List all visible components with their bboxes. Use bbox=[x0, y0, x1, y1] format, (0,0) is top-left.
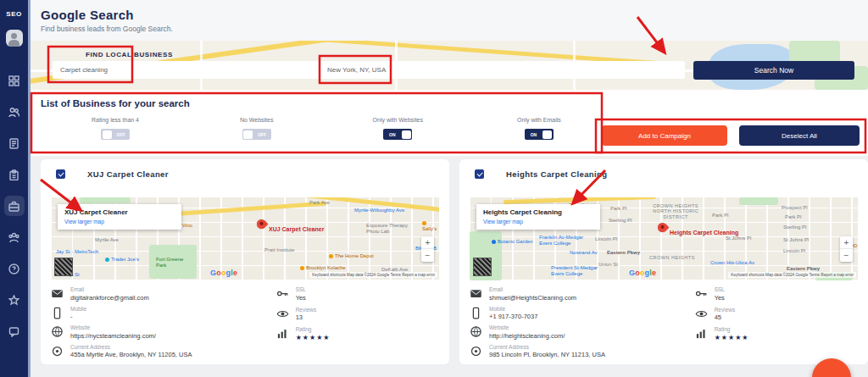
map-label: Union St bbox=[598, 262, 618, 268]
website-label: Website bbox=[489, 324, 565, 330]
website-label: Website bbox=[70, 324, 156, 330]
rating-stars: ★★★★★ bbox=[715, 334, 749, 341]
rating-stars: ★★★★★ bbox=[296, 334, 331, 341]
bar-chart-icon bbox=[276, 327, 289, 340]
add-to-campaign-button[interactable]: Add to Campaign bbox=[602, 125, 727, 146]
ssl-label: SSL bbox=[296, 286, 306, 292]
avatar-person-icon bbox=[11, 33, 17, 39]
sidebar-item-star-badge[interactable] bbox=[4, 290, 25, 310]
map-label: CROWN HEIGHTS NORTH HISTORIC DISTRICT bbox=[653, 203, 698, 219]
filter-toggle-label: Rating less than 4 bbox=[64, 117, 166, 123]
map-zoom-controls: + − bbox=[421, 236, 434, 262]
reviews-label: Reviews bbox=[296, 307, 317, 313]
map-label: Prospect Pl bbox=[782, 205, 808, 211]
sidebar-item-file-report[interactable] bbox=[4, 133, 25, 153]
detail-row-reviews: Reviews 45 bbox=[695, 307, 858, 322]
rating-label: Rating bbox=[296, 326, 331, 332]
address-value: 985 Lincoln Pl, Brooklyn, NY 11213, USA bbox=[489, 351, 605, 358]
detail-row-reviews: Reviews 13 bbox=[276, 307, 439, 322]
filter-toggle-switch[interactable]: ON bbox=[525, 129, 554, 140]
toggle-knob bbox=[542, 130, 552, 139]
chat-message-icon bbox=[8, 326, 19, 337]
map-marker-pin[interactable] bbox=[656, 221, 670, 235]
sidebar-item-users[interactable] bbox=[4, 102, 25, 122]
map-label: Sally's bbox=[422, 220, 439, 232]
star-badge-icon bbox=[8, 295, 19, 306]
deselect-all-button[interactable]: Deselect All bbox=[739, 125, 860, 146]
app-logo: SEO bbox=[0, 10, 28, 18]
business-list-title: List of Business for your search bbox=[41, 98, 190, 108]
website-value[interactable]: http://heightscleaning.com/ bbox=[489, 332, 565, 340]
detail-row-mobile: Mobile - bbox=[51, 306, 276, 321]
zoom-out-button[interactable]: − bbox=[840, 249, 853, 262]
map-attribution[interactable]: Keyboard shortcuts Map data ©2024 Google… bbox=[309, 272, 437, 278]
business-card: XUJ Carpet Cleaner XUJ Carpet Cleaner Vi… bbox=[41, 159, 449, 364]
globe-icon bbox=[51, 325, 64, 338]
map-park bbox=[739, 197, 778, 205]
filter-toggle-switch[interactable]: OFF bbox=[242, 129, 271, 140]
eye-icon bbox=[276, 308, 289, 320]
sidebar-item-grid-dashboard[interactable] bbox=[4, 70, 25, 91]
keyword-input[interactable] bbox=[53, 61, 320, 79]
zoom-in-button[interactable]: + bbox=[840, 236, 853, 249]
sidebar-item-clipboard[interactable] bbox=[4, 164, 25, 185]
map-label: Lincoln Pl bbox=[595, 236, 617, 242]
map-label: Crown Hts-Utica Av bbox=[710, 260, 754, 266]
email-icon bbox=[51, 287, 64, 300]
main-content: Google Search Find business leads from G… bbox=[31, 0, 868, 377]
detail-row-rating: Rating ★★★★★ bbox=[695, 326, 858, 341]
filter-toggle-group: Only with EmailsON bbox=[488, 117, 590, 140]
map-info-title: XUJ Carpet Cleaner bbox=[64, 208, 175, 216]
sidebar-item-help-circle[interactable] bbox=[4, 258, 25, 279]
street-view-thumbnail[interactable] bbox=[54, 258, 73, 276]
website-value[interactable]: https://nycsteamcleaning.com/ bbox=[70, 332, 156, 340]
poi-pin-icon bbox=[300, 266, 304, 270]
toggle-knob bbox=[103, 130, 112, 139]
poi-pin-icon bbox=[329, 254, 333, 258]
search-now-button[interactable]: Search Now bbox=[693, 61, 854, 80]
email-icon bbox=[470, 287, 482, 300]
filter-toggle-switch[interactable]: ON bbox=[383, 129, 412, 140]
sidebar-item-chat-message[interactable] bbox=[4, 321, 25, 341]
map-attribution[interactable]: Keyboard shortcuts Map data ©2024 Google… bbox=[728, 272, 856, 278]
map-label: Eastern Pkwy bbox=[607, 250, 640, 256]
map-park bbox=[80, 197, 131, 203]
location-input[interactable] bbox=[320, 61, 685, 79]
map-label: Nostrand Av bbox=[570, 250, 598, 256]
map-label: CROWN HEIGHTS bbox=[649, 255, 695, 260]
map-label: Exposure Therapy Photo Lab bbox=[366, 223, 408, 235]
key-icon bbox=[276, 287, 289, 300]
view-larger-map-link[interactable]: View larger map bbox=[64, 219, 175, 225]
address-label: Current Address bbox=[489, 344, 605, 350]
sidebar-nav bbox=[0, 70, 28, 341]
map-label: President St-Medgar Evers College bbox=[551, 265, 598, 277]
business-list-panel: List of Business for your search Rating … bbox=[31, 90, 868, 156]
business-details: Email shmuel@HeightsCleaning.com Mobile … bbox=[470, 286, 858, 358]
view-larger-map-link[interactable]: View larger map bbox=[483, 219, 593, 225]
sidebar-item-team-group[interactable] bbox=[4, 227, 25, 247]
ssl-label: SSL bbox=[715, 286, 725, 292]
email-value: digitalrankforce@gmail.com bbox=[70, 294, 149, 302]
business-name: Heights Carpet Cleaning bbox=[506, 169, 608, 179]
map-label: Botanic Garden bbox=[492, 239, 533, 245]
google-map-embed[interactable]: XUJ Carpet Cleaner View larger map Park … bbox=[51, 197, 439, 280]
map-label: Franklin Av-Medgar Evers College bbox=[539, 235, 583, 247]
sidebar-item-briefcase[interactable] bbox=[4, 196, 25, 216]
detail-row-address: Current Address 985 Lincoln Pl, Brooklyn… bbox=[470, 344, 695, 359]
google-map-embed[interactable]: Heights Carpet Cleaning View larger map … bbox=[470, 197, 858, 280]
zoom-in-button[interactable]: + bbox=[421, 236, 434, 249]
street-view-thumbnail[interactable] bbox=[473, 258, 492, 276]
business-checkbox-checked[interactable] bbox=[56, 169, 65, 179]
page-title: Google Search bbox=[41, 8, 134, 22]
zoom-out-button[interactable]: − bbox=[421, 249, 434, 262]
business-card: Heights Carpet Cleaning Heights Carpet C… bbox=[459, 159, 868, 364]
business-checkbox-checked[interactable] bbox=[475, 169, 484, 179]
poi-pin-icon bbox=[492, 240, 496, 244]
map-marker-pin[interactable] bbox=[255, 218, 269, 231]
detail-row-address: Current Address 455a Myrtle Ave, Brookly… bbox=[51, 344, 276, 359]
detail-row-website: Website http://heightscleaning.com/ bbox=[470, 324, 695, 340]
address-label: Current Address bbox=[70, 344, 192, 350]
user-avatar[interactable] bbox=[6, 30, 23, 47]
filter-toggle-switch[interactable]: OFF bbox=[101, 129, 130, 140]
detail-row-email: Email shmuel@HeightsCleaning.com bbox=[470, 286, 695, 302]
